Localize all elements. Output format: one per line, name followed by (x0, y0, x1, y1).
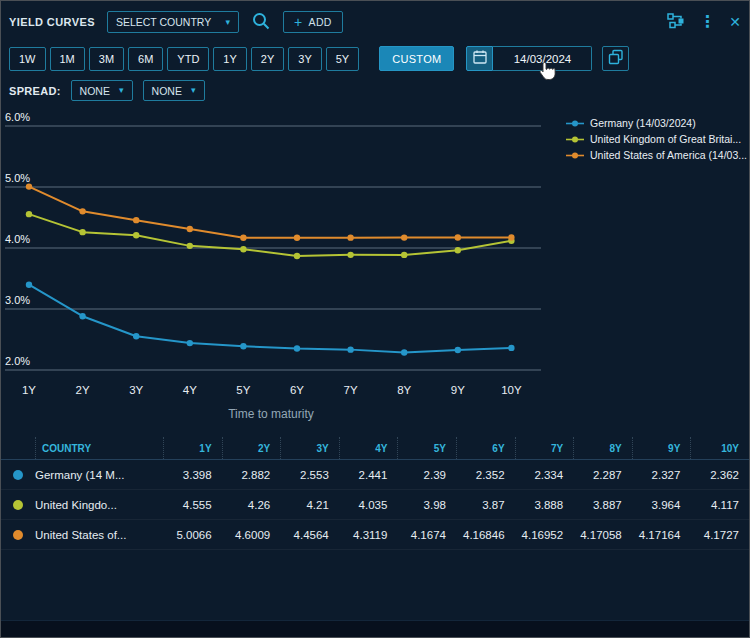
yield-value: 4.21 (280, 490, 339, 519)
svg-text:2.0%: 2.0% (5, 355, 30, 367)
svg-text:3Y: 3Y (129, 384, 143, 396)
table-header-color-column (1, 437, 35, 459)
table-header-2y[interactable]: 2Y (222, 437, 281, 459)
spread-label: SPREAD: (9, 85, 61, 97)
legend-marker-icon (565, 135, 585, 144)
table-header-7y[interactable]: 7Y (515, 437, 574, 459)
search-button[interactable] (251, 11, 271, 34)
legend-label: Germany (14/03/2024) (590, 117, 696, 129)
legend-label: United Kingdom of Great Britai... (590, 133, 741, 145)
yield-value: 2.327 (632, 460, 691, 489)
svg-text:5.0%: 5.0% (5, 172, 30, 184)
country-select-label: SELECT COUNTRY (116, 16, 211, 28)
chevron-down-icon: ▾ (119, 86, 124, 95)
header-actions: ⋮ ✕ (667, 13, 741, 32)
yield-value: 4.555 (163, 490, 222, 519)
period-6m-button[interactable]: 6M (128, 47, 163, 71)
calendar-icon (472, 49, 488, 68)
table-row-1[interactable]: United Kingdo...4.5554.264.214.0353.983.… (1, 490, 749, 520)
svg-text:6Y: 6Y (290, 384, 304, 396)
yield-value: 3.398 (163, 460, 222, 489)
table-header-row: COUNTRY1Y2Y3Y4Y5Y6Y7Y8Y9Y10Y (1, 437, 749, 460)
yield-value: 4.26 (222, 490, 281, 519)
period-5y-button[interactable]: 5Y (326, 47, 359, 71)
table-header-country[interactable]: COUNTRY (35, 437, 163, 459)
svg-text:2Y: 2Y (76, 384, 90, 396)
yield-value: 4.1727 (690, 520, 749, 549)
table-header-10y[interactable]: 10Y (690, 437, 749, 459)
table-header-1y[interactable]: 1Y (163, 437, 222, 459)
yield-value: 3.888 (515, 490, 574, 519)
legend-label: United States of America (14/03... (590, 149, 747, 161)
yield-value: 4.17058 (573, 520, 632, 549)
svg-text:1Y: 1Y (22, 384, 36, 396)
yield-value: 4.4564 (280, 520, 339, 549)
spread-dropdown-2[interactable]: NONE ▾ (143, 80, 205, 101)
legend-marker-icon (565, 151, 585, 160)
legend-marker-icon (565, 119, 585, 128)
duplicate-button[interactable] (602, 46, 629, 71)
period-3y-button[interactable]: 3Y (288, 47, 321, 71)
yield-value: 3.87 (456, 490, 515, 519)
spread-bar: SPREAD: NONE ▾ NONE ▾ (9, 80, 205, 101)
svg-text:8Y: 8Y (397, 384, 411, 396)
compare-icon (667, 13, 685, 32)
series-color-dot (1, 520, 35, 549)
menu-button[interactable]: ⋮ (699, 14, 715, 30)
page-title: YIELD CURVES (9, 16, 95, 28)
chevron-down-icon: ▾ (225, 18, 230, 27)
chart-legend: Germany (14/03/2024)United Kingdom of Gr… (565, 117, 747, 165)
yield-value: 2.287 (573, 460, 632, 489)
period-3m-button[interactable]: 3M (89, 47, 124, 71)
table-header-3y[interactable]: 3Y (280, 437, 339, 459)
country-name: United States of... (35, 520, 163, 549)
period-buttons: 1W1M3M6MYTD1Y2Y3Y5Y (9, 47, 359, 71)
plus-icon: + (294, 15, 303, 29)
period-custom-button[interactable]: CUSTOM (379, 46, 454, 71)
table-header-4y[interactable]: 4Y (339, 437, 398, 459)
svg-text:10Y: 10Y (501, 384, 522, 396)
yield-value: 4.035 (339, 490, 398, 519)
svg-text:5Y: 5Y (236, 384, 250, 396)
yield-value: 4.3119 (339, 520, 398, 549)
table-header-9y[interactable]: 9Y (632, 437, 691, 459)
series-color-dot (1, 490, 35, 519)
period-1y-button[interactable]: 1Y (213, 47, 246, 71)
yield-value: 2.352 (456, 460, 515, 489)
table-body: Germany (14 M...3.3982.8822.5532.4412.39… (1, 460, 749, 550)
svg-text:4.0%: 4.0% (5, 233, 30, 245)
yield-value: 4.1674 (397, 520, 456, 549)
period-1m-button[interactable]: 1M (50, 47, 85, 71)
period-2y-button[interactable]: 2Y (251, 47, 284, 71)
yield-value: 4.17164 (632, 520, 691, 549)
period-ytd-button[interactable]: YTD (167, 47, 209, 71)
legend-item-0[interactable]: Germany (14/03/2024) (565, 117, 747, 129)
table-row-0[interactable]: Germany (14 M...3.3982.8822.5532.4412.39… (1, 460, 749, 490)
calendar-button[interactable] (466, 46, 493, 71)
table-header-8y[interactable]: 8Y (573, 437, 632, 459)
spread-dropdown-1[interactable]: NONE ▾ (71, 80, 133, 101)
country-select[interactable]: SELECT COUNTRY ▾ (107, 11, 239, 33)
duplicate-icon (607, 48, 625, 69)
spread-dropdown-2-value: NONE (152, 85, 182, 97)
legend-item-2[interactable]: United States of America (14/03... (565, 149, 747, 161)
close-button[interactable]: ✕ (729, 15, 741, 29)
legend-item-1[interactable]: United Kingdom of Great Britai... (565, 133, 747, 145)
date-control: 14/03/2024 (466, 46, 592, 71)
table-header-5y[interactable]: 5Y (397, 437, 456, 459)
table-row-2[interactable]: United States of...5.00664.60094.45644.3… (1, 520, 749, 550)
compare-button[interactable] (667, 13, 685, 32)
period-1w-button[interactable]: 1W (9, 47, 46, 71)
add-button[interactable]: + ADD (283, 11, 343, 33)
svg-text:9Y: 9Y (451, 384, 465, 396)
kebab-icon: ⋮ (699, 13, 715, 30)
search-icon (251, 11, 271, 34)
yield-value: 4.117 (690, 490, 749, 519)
table-header-6y[interactable]: 6Y (456, 437, 515, 459)
yield-value: 4.6009 (222, 520, 281, 549)
close-icon: ✕ (729, 14, 741, 30)
yield-value: 2.882 (222, 460, 281, 489)
date-input[interactable]: 14/03/2024 (493, 46, 592, 71)
yield-value: 2.441 (339, 460, 398, 489)
footer-strip (1, 620, 749, 637)
